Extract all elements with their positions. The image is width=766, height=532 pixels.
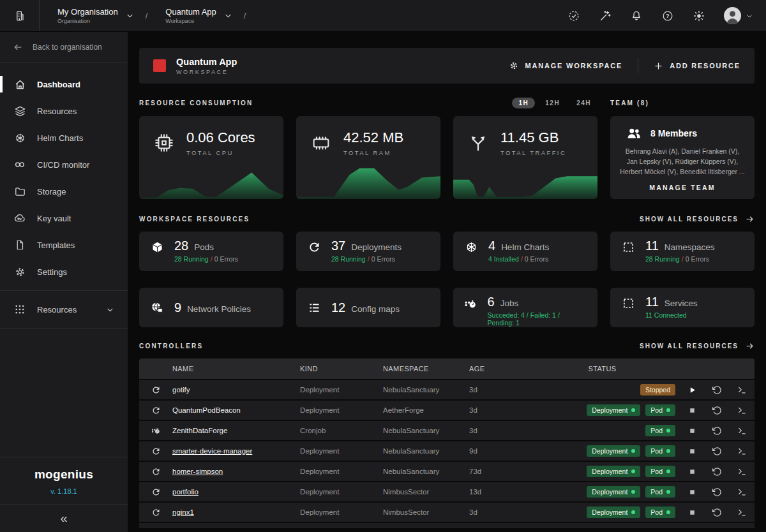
stop-button[interactable]: [688, 488, 696, 496]
resource-card-namespaces[interactable]: 11 Namespaces 28 Running/0 Errors: [610, 232, 755, 271]
namespaces-status: 28 Running/0 Errors: [645, 255, 715, 263]
theme-sun-button[interactable]: [693, 10, 705, 22]
time-range-1h[interactable]: 1H: [512, 98, 535, 108]
terminal-button[interactable]: [737, 426, 747, 436]
show-all-controllers-link[interactable]: SHOW ALL RESOURCES: [640, 341, 755, 351]
stop-button[interactable]: [688, 447, 696, 455]
breadcrumb-organisation[interactable]: My Organisation Organisation: [57, 7, 134, 24]
status-badge-pod[interactable]: Pod: [645, 404, 675, 416]
sidebar-item-key-vault[interactable]: Key vault: [0, 205, 128, 232]
back-to-organisation-button[interactable]: Back to organisation: [0, 32, 128, 63]
status-badge-pod[interactable]: Pod: [645, 486, 675, 498]
status-badge-deployment[interactable]: Deployment: [587, 404, 640, 416]
restart-button[interactable]: [712, 467, 722, 477]
terminal-button[interactable]: [737, 406, 747, 415]
manage-team-button[interactable]: MANAGE TEAM: [619, 184, 746, 191]
terminal-button[interactable]: [737, 385, 747, 395]
start-button[interactable]: [688, 386, 696, 394]
sidebar-item-label: Resources: [37, 305, 77, 314]
resource-card-config-maps[interactable]: 12 Config maps: [296, 288, 440, 327]
sidebar-item-helm-charts[interactable]: Helm Charts: [0, 124, 128, 151]
sidebar-collapse-button[interactable]: «: [0, 504, 128, 532]
status-badge-deployment[interactable]: Deployment: [587, 466, 640, 477]
controller-name-link[interactable]: portfolio: [172, 488, 300, 496]
restart-button[interactable]: [712, 447, 722, 456]
sidebar-item-dashboard[interactable]: Dashboard: [0, 71, 128, 98]
terminal-button[interactable]: [737, 487, 747, 497]
sidebar-resources-toggle[interactable]: Resources: [0, 296, 128, 323]
controller-actions: [684, 426, 755, 436]
controller-name-link[interactable]: QuantumPodBeacon: [172, 406, 300, 414]
status-badge-deployment[interactable]: Deployment: [587, 486, 640, 498]
resource-card-deployments[interactable]: 37 Deployments 28 Running/0 Errors: [296, 232, 440, 271]
status-badge-deployment[interactable]: Deployment: [587, 445, 640, 457]
restart-button[interactable]: [712, 508, 722, 517]
status-badge-pod[interactable]: Pod: [645, 506, 675, 518]
stop-button[interactable]: [688, 468, 696, 476]
time-range-24h[interactable]: 24H: [570, 98, 597, 108]
table-row: homer-simpsonDeploymentNebulaSanctuary73…: [139, 462, 755, 481]
status-check-button[interactable]: [567, 10, 580, 22]
sidebar-footer: mogenius v. 1.18.1 «: [0, 457, 128, 532]
resource-card-pods[interactable]: 28 Pods 28 Running/0 Errors: [139, 232, 283, 271]
sidebar-item-resources[interactable]: Resources: [0, 98, 128, 124]
controller-age: 9d: [469, 447, 520, 455]
status-badge-stopped[interactable]: Stopped: [640, 384, 675, 395]
sidebar-item-label: Dashboard: [37, 80, 80, 89]
breadcrumb-workspace[interactable]: Quantum App Workspace: [165, 7, 232, 24]
controller-kind: Deployment: [300, 468, 383, 475]
terminal-button[interactable]: [737, 447, 747, 456]
stop-button[interactable]: [688, 508, 696, 517]
helm-wheel-icon: [463, 240, 479, 264]
time-range-12h[interactable]: 12H: [539, 98, 566, 108]
stop-button[interactable]: [688, 427, 696, 435]
controller-name-link[interactable]: ZenithDataForge: [172, 427, 300, 434]
notifications-bell-button[interactable]: [630, 10, 643, 22]
controller-name-link[interactable]: nginx1: [172, 508, 300, 516]
show-all-resources-link[interactable]: SHOW ALL RESOURCES: [640, 214, 755, 224]
status-badge-pod[interactable]: Pod: [645, 445, 675, 457]
status-badge-deployment[interactable]: Deployment: [587, 506, 640, 518]
help-button[interactable]: ?: [661, 10, 674, 22]
terminal-button[interactable]: [737, 508, 747, 517]
sidebar-item-templates[interactable]: Templates: [0, 232, 128, 258]
restart-button[interactable]: [712, 487, 722, 497]
table-row: ZenithDataForgeCronjobNebulaSanctuary3dP…: [139, 421, 755, 440]
user-menu-button[interactable]: [724, 7, 753, 24]
notifications-bell-icon: [630, 10, 643, 22]
restart-button[interactable]: [712, 406, 722, 415]
sidebar-item-cicd-monitor[interactable]: CI/CD monitor: [0, 151, 128, 178]
resource-card-services[interactable]: 11 Services 11 Connected: [610, 288, 755, 327]
jobs-count: 6: [488, 295, 495, 309]
controller-actions: [684, 508, 755, 517]
resource-card-network-policies[interactable]: 9 Network Policies: [139, 288, 283, 327]
resource-card-helm-charts[interactable]: 4 Helm Charts 4 Installed/0 Errors: [453, 232, 597, 271]
controller-age: 3d: [469, 386, 520, 394]
sidebar-item-storage[interactable]: Storage: [0, 178, 128, 205]
stop-icon: [688, 447, 696, 455]
status-badge-pod[interactable]: Pod: [645, 425, 675, 436]
breadcrumb-separator: /: [146, 11, 148, 20]
sidebar-item-settings[interactable]: Settings: [0, 258, 128, 285]
resource-card-jobs[interactable]: 6 Jobs Succeded: 4 / Failed: 1 / Pending…: [453, 288, 597, 327]
column-kind: KIND: [300, 365, 383, 373]
table-row: smarter-device-managerDeploymentNebulaSa…: [139, 441, 755, 461]
status-badge-pod[interactable]: Pod: [645, 466, 675, 477]
org-logo-button[interactable]: [0, 0, 40, 31]
stop-icon: [688, 427, 696, 435]
arrow-left-icon: [13, 42, 23, 52]
magic-wand-button[interactable]: [599, 10, 612, 22]
workspace-name: Quantum App: [176, 57, 237, 67]
controller-name-link[interactable]: gotify: [172, 386, 300, 394]
back-label: Back to organisation: [33, 43, 102, 52]
terminal-button[interactable]: [737, 467, 747, 477]
controller-name-link[interactable]: smarter-device-manager: [172, 447, 300, 455]
version-link[interactable]: v. 1.18.1: [0, 482, 128, 504]
add-resource-button[interactable]: ADD RESOURCE: [654, 61, 740, 71]
manage-workspace-button[interactable]: MANAGE WORKSPACE: [509, 61, 623, 71]
stop-button[interactable]: [688, 406, 696, 415]
controller-name-link[interactable]: homer-simpson: [172, 468, 300, 475]
workspace-title: Quantum App: [165, 7, 216, 17]
restart-button[interactable]: [712, 385, 722, 395]
restart-button[interactable]: [712, 426, 722, 436]
